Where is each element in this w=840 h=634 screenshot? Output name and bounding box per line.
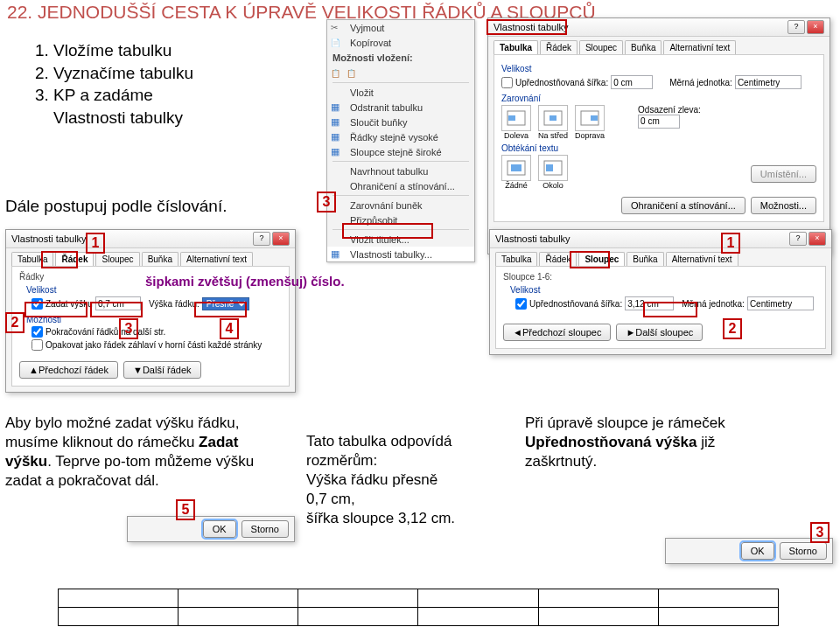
field-unit[interactable] xyxy=(735,75,802,89)
scissors-icon xyxy=(331,22,346,34)
tab-alttext[interactable]: Alternativní text xyxy=(663,40,736,54)
close-button[interactable]: × xyxy=(808,232,826,246)
copy-icon xyxy=(331,37,346,49)
follow-instruction: Dále postupuj podle číslování. xyxy=(5,197,228,216)
ctx-insert[interactable]: Vložit xyxy=(327,85,474,100)
btn-next-col[interactable]: ► Další sloupec xyxy=(616,324,703,341)
step-1: 1. Vložíme tabulku xyxy=(35,39,193,62)
dlg-title-col: Vlastnosti tabulky xyxy=(495,233,570,244)
tab-radek[interactable]: Řádek xyxy=(540,40,578,54)
ctx-paste-opt[interactable] xyxy=(327,66,474,80)
dlg-title-row: Vlastnosti tabulky xyxy=(11,233,87,244)
sample-table xyxy=(58,589,779,626)
btn-options[interactable]: Možnosti... xyxy=(751,197,816,214)
btn-ok-row[interactable]: OK xyxy=(203,520,236,538)
tab-bunka[interactable]: Buňka xyxy=(625,40,662,54)
num-2-coldlg: 2 xyxy=(723,318,742,339)
ctx-draw-table[interactable]: Navrhnout tabulku xyxy=(327,164,474,178)
btn-prev-row[interactable]: ▲ Předchozí řádek xyxy=(19,361,118,379)
chk-pref-width-col[interactable] xyxy=(515,298,527,310)
num-1-rowdlg: 1 xyxy=(86,233,105,254)
frame-col-width xyxy=(643,302,697,317)
grp-velikost: Velikost xyxy=(501,64,816,73)
cols-range: Sloupce 1-6: xyxy=(503,272,818,282)
help-button[interactable]: ? xyxy=(788,20,805,34)
wrap-none[interactable] xyxy=(501,155,531,181)
btn-cancel-col[interactable]: Storno xyxy=(780,542,827,560)
ctx-delete-table[interactable]: Odstranit tabulku xyxy=(327,100,474,115)
align-right-label: Doprava xyxy=(575,131,605,140)
frame-height-val xyxy=(90,302,143,317)
pencil-icon xyxy=(331,165,346,178)
dialog-col-properties: Vlastnosti tabulky ?× Tabulka Řádek Slou… xyxy=(489,229,832,355)
step-2: 2. Vyznačíme tabulku xyxy=(35,62,193,85)
frame-set-height xyxy=(24,302,88,317)
close-button[interactable]: × xyxy=(272,232,290,246)
table-icon xyxy=(331,248,346,261)
paste-icon xyxy=(346,67,362,80)
tab-sloupec[interactable]: Sloupec xyxy=(95,252,139,266)
frame-tab-radek xyxy=(41,251,78,268)
lbl-pref-width-col: Upřednostňovaná šířka: xyxy=(529,299,622,309)
wrap-none-label: Žádné xyxy=(501,181,531,190)
frame-height-mode xyxy=(194,302,247,317)
align-left[interactable] xyxy=(501,105,531,131)
step-3a: 3. KP a zadáme xyxy=(35,84,193,107)
cols-icon xyxy=(331,146,346,158)
lbl-indent: Odsazení zleva: xyxy=(638,105,701,115)
svg-rect-1 xyxy=(508,115,515,121)
ctx-cols-equal[interactable]: Sloupce stejně široké xyxy=(327,144,474,159)
help-button[interactable]: ? xyxy=(253,232,270,246)
field-pref-width[interactable] xyxy=(611,75,653,89)
help-button[interactable]: ? xyxy=(789,232,807,246)
field-indent[interactable] xyxy=(638,115,680,129)
align-right[interactable] xyxy=(575,105,605,131)
align-center[interactable] xyxy=(538,105,568,131)
rows-icon xyxy=(331,131,346,143)
tab-tabulka[interactable]: Tabulka xyxy=(494,40,538,54)
wrap-around[interactable] xyxy=(538,155,568,181)
frame-ctx-target xyxy=(486,19,567,35)
chk-pref-width[interactable] xyxy=(501,77,513,88)
paste-icon xyxy=(331,67,346,80)
tab-alttext[interactable]: Alternativní text xyxy=(666,252,738,266)
btn-cancel-row[interactable]: Storno xyxy=(242,520,289,538)
ctx-align-cells[interactable]: Zarovnání buněk xyxy=(327,198,474,212)
btn-borders[interactable]: Ohraničení a stínování... xyxy=(621,197,746,214)
btn-ok-col[interactable]: OK xyxy=(741,542,774,560)
btn-location: Umístění... xyxy=(751,165,816,183)
blank-icon xyxy=(331,87,346,99)
ctx-copy[interactable]: Kopírovat xyxy=(327,35,474,50)
chk-cont-next[interactable] xyxy=(32,326,43,338)
dialog-table-properties: Vlastnosti tabulky ?× Tabulka Řádek Slou… xyxy=(487,17,830,254)
svg-rect-9 xyxy=(546,164,553,171)
align-center-label: Na střed xyxy=(538,131,568,140)
ctx-table-props[interactable]: Vlastnosti tabulky... xyxy=(327,247,474,261)
col-dlg-footer: OK Storno xyxy=(665,538,833,564)
num-3-rowdlg: 3 xyxy=(119,318,138,339)
hint-arrows: šipkami zvětšuj (zmenšuj) číslo. xyxy=(145,274,345,289)
chk-repeat-header[interactable] xyxy=(32,339,43,351)
ctx-cut[interactable]: Vyjmout xyxy=(327,20,474,35)
para-dimensions: Tato tabulka odpovídá rozměrům: Výška řá… xyxy=(306,432,481,528)
ctx-borders[interactable]: Ohraničení a stínování... xyxy=(327,178,474,193)
close-button[interactable]: × xyxy=(807,20,824,34)
btn-prev-col[interactable]: ◄ Předchozí sloupec xyxy=(503,324,611,341)
num-2-rowdlg: 2 xyxy=(5,312,24,333)
btn-next-row[interactable]: ▼ Další řádek xyxy=(123,361,201,379)
tab-tabulka[interactable]: Tabulka xyxy=(495,252,537,266)
tab-bunka[interactable]: Buňka xyxy=(142,252,178,266)
grp-wrap: Obtékání textu xyxy=(501,143,816,153)
tab-bunka[interactable]: Buňka xyxy=(626,252,663,266)
ctx-rows-equal[interactable]: Řádky stejně vysoké xyxy=(327,129,474,144)
row-dlg-footer: OK Storno xyxy=(127,516,295,542)
para-row-height: Aby bylo možné zadat výšku řádku, musíme… xyxy=(5,414,259,491)
tab-sloupec[interactable]: Sloupec xyxy=(579,40,623,54)
ctx-merge-cells[interactable]: Sloučit buňky xyxy=(327,115,474,129)
table-icon xyxy=(331,101,346,114)
field-unit-col[interactable] xyxy=(747,296,814,310)
tab-alttext[interactable]: Alternativní text xyxy=(180,252,253,266)
lbl-pref-width: Upřednostňovaná šířka: xyxy=(515,78,608,87)
num-5: 5 xyxy=(176,499,195,520)
lbl-row-height: Výška řádku: xyxy=(149,299,200,309)
